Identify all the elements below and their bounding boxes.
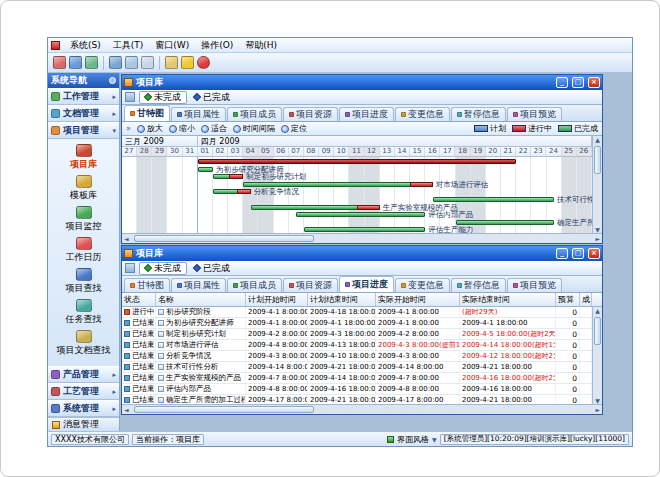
chevron-icon[interactable]	[126, 124, 131, 133]
table-row[interactable]: 进行中初步研究阶段2009-4-1 8:00:002009-4-18 18:00…	[122, 307, 592, 318]
filter-tab-incomplete[interactable]: 未完成	[139, 91, 187, 104]
gantt-bar[interactable]	[213, 174, 243, 179]
table-row[interactable]: 已结束制定初步研究计划2009-4-2 8:00:002009-4-3 18:0…	[122, 329, 592, 340]
zoom-in-button[interactable]: 放大	[137, 123, 163, 134]
tab-project-resources[interactable]: 项目资源	[283, 107, 338, 121]
gantt-bar[interactable]	[198, 167, 213, 172]
tab-gantt-chart[interactable]: 甘特图	[124, 278, 170, 292]
locate-button[interactable]: 定位	[281, 123, 307, 134]
tab-pause-info[interactable]: 暂停信息	[451, 107, 506, 121]
table-row[interactable]: 已结束生产实验室规模的产品2009-4-7 8:00:002009-4-14 1…	[122, 373, 592, 384]
zoom-out-button[interactable]: 缩小	[169, 123, 195, 134]
tab-project-progress[interactable]: 项目进度	[339, 276, 394, 292]
window-titlebar[interactable]: 项目库	[122, 75, 602, 90]
column-header[interactable]: 实际开始时间	[376, 293, 460, 306]
gantt-bar[interactable]	[296, 212, 425, 217]
maximize-button[interactable]	[572, 248, 584, 259]
tab-pause-info[interactable]: 暂停信息	[451, 278, 506, 292]
sidebar-group-document[interactable]: 文档管理▸	[48, 105, 119, 122]
home-icon[interactable]	[53, 56, 66, 69]
help-icon[interactable]	[165, 56, 178, 69]
sidebar-group-process[interactable]: 工艺管理▸	[48, 383, 119, 400]
sidebar-group-work[interactable]: 工作管理▸	[48, 88, 119, 105]
gantt-bar[interactable]	[456, 220, 555, 225]
scrollbar-thumb[interactable]	[134, 406, 314, 413]
tab-change-info[interactable]: 变更信息	[395, 278, 450, 292]
tab-change-info[interactable]: 变更信息	[395, 107, 450, 121]
sidebar-item-template-library[interactable]: 模板库	[70, 175, 97, 202]
pushpin-icon[interactable]	[109, 77, 116, 84]
lock-icon[interactable]	[181, 56, 194, 69]
filter-tab-incomplete[interactable]: 未完成	[139, 262, 187, 275]
sidebar-item-project-monitor[interactable]: 项目监控	[66, 206, 102, 233]
close-button[interactable]	[588, 248, 600, 259]
tab-project-resources[interactable]: 项目资源	[283, 278, 338, 292]
menu-item[interactable]: 窗口(W)	[149, 39, 195, 52]
table-row[interactable]: 已结束技术可行性分析2009-4-14 8:00:002009-4-21 18:…	[122, 362, 592, 373]
tile-windows-icon[interactable]	[125, 56, 138, 69]
scrollbar-thumb[interactable]	[134, 235, 314, 242]
time-interval-button[interactable]: 时间间隔	[233, 123, 275, 134]
sidebar-item-project-library[interactable]: 项目库	[70, 144, 97, 171]
tab-message-management[interactable]: 消息管理	[48, 417, 119, 431]
column-header[interactable]: 成...	[580, 293, 592, 306]
refresh-icon[interactable]	[85, 56, 98, 69]
scroll-down-arrow[interactable]: ▼	[593, 397, 602, 404]
gantt-bar[interactable]	[251, 205, 380, 210]
fit-button[interactable]: 适合	[201, 123, 227, 134]
scroll-left-arrow[interactable]: ◄	[124, 406, 129, 413]
sidebar-group-product[interactable]: 产品管理▸	[48, 366, 119, 383]
dropdown-arrow-icon[interactable]: ▼	[432, 436, 437, 443]
minimize-button[interactable]	[556, 248, 568, 259]
column-header[interactable]: 状态	[122, 293, 156, 306]
maximize-button[interactable]	[572, 77, 584, 88]
horizontal-scrollbar[interactable]: ◄ ►	[122, 233, 602, 243]
menu-item[interactable]: 操作(O)	[195, 39, 239, 52]
table-row[interactable]: 已结束分析竞争情况2009-4-3 8:00:002009-4-10 18:00…	[122, 351, 592, 362]
tab-project-properties[interactable]: 项目属性	[171, 278, 226, 292]
exit-icon[interactable]	[197, 56, 210, 69]
scroll-up-arrow[interactable]: ▲	[593, 307, 602, 314]
sidebar-group-system[interactable]: 系统管理▸	[48, 400, 119, 417]
vertical-scrollbar[interactable]: ▲ ▼	[592, 307, 602, 404]
scroll-up-arrow[interactable]: ▲	[593, 136, 602, 143]
sidebar-item-project-search[interactable]: 项目查找	[66, 268, 102, 295]
column-header[interactable]: 预算	[556, 293, 580, 306]
cascade-windows-icon[interactable]	[109, 56, 122, 69]
column-header[interactable]: 名称	[156, 293, 246, 306]
gantt-bar[interactable]	[433, 197, 554, 202]
sidebar-item-task-search[interactable]: 任务查找	[66, 299, 102, 326]
filter-tab-completed[interactable]: 已完成	[189, 91, 235, 104]
sidebar-group-project[interactable]: 项目管理▾	[48, 122, 119, 139]
open-project-icon[interactable]	[69, 56, 82, 69]
table-row[interactable]: 已结束评估内部产品2009-4-8 8:00:002009-4-16 18:00…	[122, 384, 592, 395]
sidebar-item-work-calendar[interactable]: 工作日历	[66, 237, 102, 264]
menu-item[interactable]: 帮助(H)	[239, 39, 283, 52]
scroll-right-arrow[interactable]: ►	[595, 406, 600, 413]
gantt-bar[interactable]	[198, 159, 516, 164]
table-row[interactable]: 已结束为初步研究分配讲师2009-4-1 8:00:002009-4-1 18:…	[122, 318, 592, 329]
scrollbar-thumb[interactable]	[594, 317, 601, 345]
gantt-bar[interactable]	[304, 227, 425, 232]
column-header[interactable]: 实际结束时间	[460, 293, 556, 306]
vertical-scrollbar[interactable]: ▲ ▼	[592, 136, 602, 233]
menu-item[interactable]: 工具(T)	[107, 39, 150, 52]
scroll-right-arrow[interactable]: ►	[595, 235, 600, 242]
table-row[interactable]: 已结束对市场进行评估2009-4-4 8:00:002009-4-13 18:0…	[122, 340, 592, 351]
tab-gantt-chart[interactable]: 甘特图	[124, 105, 170, 121]
minimize-button[interactable]	[556, 77, 568, 88]
tab-project-preview[interactable]: 项目预览	[507, 278, 562, 292]
tab-project-progress[interactable]: 项目进度	[339, 107, 394, 121]
sidebar-item-project-doc-search[interactable]: 项目文档查找	[57, 330, 111, 357]
skin-selector[interactable]: 界面风格	[397, 434, 429, 445]
scroll-down-arrow[interactable]: ▼	[593, 226, 602, 233]
menu-item[interactable]: 系统(S)	[64, 39, 107, 52]
close-windows-icon[interactable]	[141, 56, 154, 69]
close-button[interactable]	[588, 77, 600, 88]
tab-project-members[interactable]: 项目成员	[227, 107, 282, 121]
horizontal-scrollbar[interactable]: ◄ ►	[122, 404, 602, 414]
tab-project-properties[interactable]: 项目属性	[171, 107, 226, 121]
gantt-bar[interactable]	[213, 189, 251, 194]
column-header[interactable]: 计划结束时间	[308, 293, 376, 306]
column-header[interactable]: 计划开始时间	[246, 293, 308, 306]
